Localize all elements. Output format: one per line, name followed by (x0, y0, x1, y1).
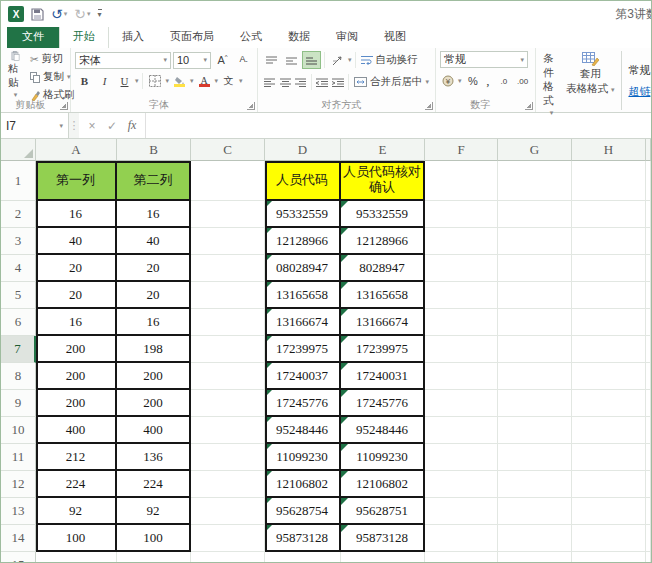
cell-G12[interactable] (498, 471, 572, 498)
cell-C11[interactable] (191, 444, 265, 471)
cell-B9[interactable]: 200 (117, 390, 191, 417)
bold-button[interactable]: B (75, 72, 94, 90)
cell-E13[interactable]: 95628751 (341, 498, 425, 525)
fill-color-dropdown-icon[interactable]: ▾ (190, 77, 194, 85)
cell-F15[interactable] (425, 552, 498, 562)
cell-G4[interactable] (498, 255, 572, 282)
cell-A7[interactable]: 200 (36, 336, 117, 363)
row-header-2[interactable]: 2 (1, 201, 36, 228)
cell-G9[interactable] (498, 390, 572, 417)
cell-H10[interactable] (572, 417, 646, 444)
cell-A14[interactable]: 100 (36, 525, 117, 552)
cell-F1[interactable] (425, 161, 498, 201)
cell-H3[interactable] (572, 228, 646, 255)
cell-B13[interactable]: 92 (117, 498, 191, 525)
cell-E15[interactable] (341, 552, 425, 562)
cell-C7[interactable] (191, 336, 265, 363)
cell-H13[interactable] (572, 498, 646, 525)
enter-button[interactable]: ✓ (103, 119, 121, 133)
cell-H2[interactable] (572, 201, 646, 228)
font-color-button[interactable]: A (195, 72, 214, 90)
cell-E4[interactable]: 8028947 (341, 255, 425, 282)
cell-F5[interactable] (425, 282, 498, 309)
cell-H7[interactable] (572, 336, 646, 363)
cell-D13[interactable]: 95628754 (265, 498, 341, 525)
cell-D12[interactable]: 12106802 (265, 471, 341, 498)
row-header-6[interactable]: 6 (1, 309, 36, 336)
cell-partial-3[interactable] (646, 228, 651, 255)
column-header-G[interactable]: G (498, 139, 572, 161)
cell-G5[interactable] (498, 282, 572, 309)
cell-partial-13[interactable] (646, 498, 651, 525)
row-header-12[interactable]: 12 (1, 471, 36, 498)
wrap-text-button[interactable]: 自动换行 (359, 52, 420, 68)
cell-C6[interactable] (191, 309, 265, 336)
row-header-11[interactable]: 11 (1, 444, 36, 471)
cell-F9[interactable] (425, 390, 498, 417)
cell-H4[interactable] (572, 255, 646, 282)
increase-indent-button[interactable] (331, 73, 346, 91)
cell-B3[interactable]: 40 (117, 228, 191, 255)
underline-button[interactable]: U (115, 72, 134, 90)
cell-G3[interactable] (498, 228, 572, 255)
italic-button[interactable]: I (95, 72, 114, 90)
borders-dropdown-icon[interactable]: ▾ (166, 77, 170, 85)
cell-partial-5[interactable] (646, 282, 651, 309)
cell-B4[interactable]: 20 (117, 255, 191, 282)
column-header-H[interactable]: H (572, 139, 646, 161)
cell-E14[interactable]: 95873128 (341, 525, 425, 552)
select-all-corner[interactable] (1, 139, 36, 161)
font-color-dropdown-icon[interactable]: ▾ (215, 77, 219, 85)
cell-D15[interactable] (265, 552, 341, 562)
alignment-dialog-launcher[interactable] (425, 102, 433, 110)
tab-page-layout[interactable]: 页面布局 (157, 26, 227, 48)
cell-D1[interactable]: 人员代码 (265, 161, 341, 201)
cell-E9[interactable]: 17245776 (341, 390, 425, 417)
cell-G13[interactable] (498, 498, 572, 525)
percent-style-button[interactable]: % (466, 72, 481, 90)
cell-G1[interactable] (498, 161, 572, 201)
cell-C5[interactable] (191, 282, 265, 309)
excel-logo-icon[interactable]: X (8, 6, 24, 22)
cell-C4[interactable] (191, 255, 265, 282)
comma-style-button[interactable]: , (482, 72, 493, 90)
font-name-combobox[interactable]: 宋体▾ (75, 52, 171, 69)
cut-button[interactable]: ✂剪切 (28, 51, 77, 67)
cell-partial-14[interactable] (646, 525, 651, 552)
row-header-10[interactable]: 10 (1, 417, 36, 444)
cell-G14[interactable] (498, 525, 572, 552)
cell-E2[interactable]: 95332559 (341, 201, 425, 228)
cell-partial-7[interactable] (646, 336, 651, 363)
cell-C2[interactable] (191, 201, 265, 228)
cell-partial-10[interactable] (646, 417, 651, 444)
cell-E1[interactable]: 人员代码核对确认 (341, 161, 425, 201)
cell-A6[interactable]: 16 (36, 309, 117, 336)
cell-C10[interactable] (191, 417, 265, 444)
underline-dropdown-icon[interactable]: ▾ (135, 77, 139, 85)
cell-D6[interactable]: 13166674 (265, 309, 341, 336)
align-middle-button[interactable] (282, 51, 301, 69)
row-header-8[interactable]: 8 (1, 363, 36, 390)
column-header-F[interactable]: F (425, 139, 498, 161)
cell-A13[interactable]: 92 (36, 498, 117, 525)
cell-E10[interactable]: 95248446 (341, 417, 425, 444)
phonetic-dropdown-icon[interactable]: ▾ (239, 77, 243, 85)
cell-partial-1[interactable] (646, 161, 651, 201)
cell-partial-6[interactable] (646, 309, 651, 336)
cell-B11[interactable]: 136 (117, 444, 191, 471)
cell-H8[interactable] (572, 363, 646, 390)
shrink-font-button[interactable]: Aˇ (234, 51, 253, 69)
cell-F8[interactable] (425, 363, 498, 390)
cell-E11[interactable]: 11099230 (341, 444, 425, 471)
cell-partial-15[interactable] (646, 552, 651, 562)
number-dialog-launcher[interactable] (525, 102, 533, 110)
tab-formulas[interactable]: 公式 (227, 26, 275, 48)
cell-H14[interactable] (572, 525, 646, 552)
column-header-A[interactable]: A (36, 139, 117, 161)
cell-B7[interactable]: 198 (117, 336, 191, 363)
cell-E5[interactable]: 13165658 (341, 282, 425, 309)
undo-button[interactable]: ↺▾ (51, 6, 67, 22)
cell-H9[interactable] (572, 390, 646, 417)
cell-E8[interactable]: 17240031 (341, 363, 425, 390)
cell-B1[interactable]: 第二列 (117, 161, 191, 201)
